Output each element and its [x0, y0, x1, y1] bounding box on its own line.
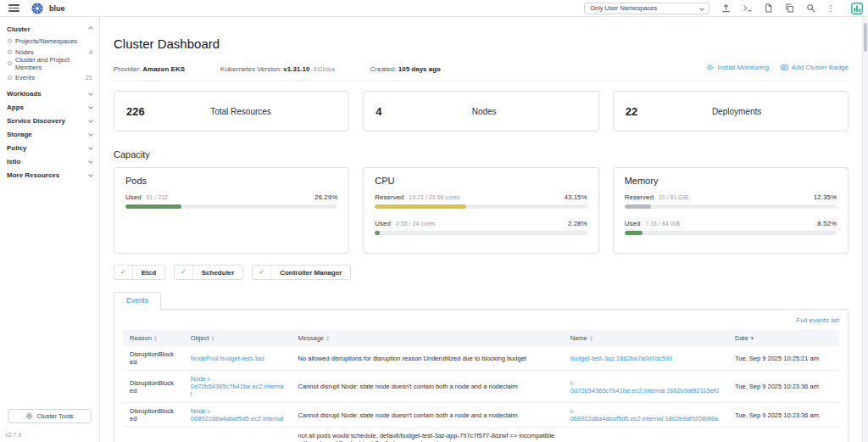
tab-events[interactable]: Events: [114, 292, 161, 310]
install-monitoring-link[interactable]: Install Monitoring: [706, 64, 768, 71]
sidebar-section-service-discovery[interactable]: Service Discovery: [0, 114, 99, 127]
component-status-row: ✓ Etcd ✓ Scheduler ✓ Controller Manager: [114, 265, 849, 280]
column-header-name[interactable]: Name▲▼: [564, 330, 728, 346]
column-header-reason[interactable]: Reason▲▼: [123, 330, 184, 346]
import-yaml-icon[interactable]: [721, 3, 731, 14]
progress-bar: [125, 204, 337, 209]
event-message: Cannot disrupt Node: state node doesn't …: [292, 403, 564, 428]
header-divider: [114, 81, 849, 81]
namespace-filter-select[interactable]: Only User Namespaces: [584, 3, 709, 14]
capacity-card-cpu: CPU Reserved 10.21 / 23.66 cores 43.15% …: [363, 167, 598, 254]
event-name-link[interactable]: i-0d72b54365c7b41be.ec2.internal.1862b9a…: [570, 379, 719, 394]
event-reason: DisruptionBlocked: [123, 371, 184, 403]
resource-columns-icon[interactable]: [851, 3, 863, 14]
chevron-down-icon: [88, 145, 93, 150]
kubectl-shell-icon[interactable]: [742, 3, 752, 14]
stat-cards-row: 226 Total Resources 4 Nodes 22 Deploymen…: [114, 91, 849, 131]
object-kind-link[interactable]: Node: [191, 375, 206, 383]
sidebar-section-apps[interactable]: Apps: [0, 100, 99, 114]
main-content: Cluster Dashboard Provider: Amazon EKS K…: [100, 17, 862, 442]
check-icon: ✓: [175, 266, 193, 279]
event-name: i-068922d8a4abaf5d5.ec2.internal.1862b9a…: [564, 403, 728, 428]
capacity-card-memory: Memory Reserved 10 / 81 GiB 12.35% Used …: [613, 167, 849, 254]
memory-used-gauge: Used 7.16 / 84 GiB 8.52%: [625, 220, 837, 235]
column-header-date[interactable]: Date▼: [728, 330, 839, 346]
kebab-menu-icon[interactable]: ⋮: [826, 4, 835, 13]
event-name: i-0d72b54365c7b41be.ec2.internal.1862b9a…: [564, 371, 728, 403]
copy-kubeconfig-icon[interactable]: [784, 3, 794, 14]
event-name: budget-test-3az.1862ba7a0d7dc599: [564, 346, 728, 371]
capacity-cards-row: Pods Used 61 / 232 26.29% CPU Reserved 1…: [114, 167, 849, 254]
cluster-meta-row: Provider: Amazon EKS Kubernetes Version:…: [114, 64, 849, 73]
vertical-scrollbar[interactable]: [862, 17, 868, 442]
event-message: No allowed disruptions for disruption re…: [292, 346, 564, 371]
chevron-down-icon: [88, 172, 93, 177]
nodes-icon: [8, 50, 12, 54]
capacity-heading: Capacity: [114, 149, 849, 159]
event-date: Tue, Sep 9 2025 10:23:36 am: [728, 371, 839, 403]
events-panel: Full events list Reason▲▼ Object▲▼ Messa…: [114, 309, 849, 442]
add-cluster-badge-link[interactable]: Add Cluster Badge: [781, 64, 849, 71]
event-reason: DisruptionBlocked: [123, 403, 184, 428]
event-reason: DisruptionBlocked: [123, 346, 184, 371]
event-row: DisruptionBlocked Node i-0d72b54365c7b41…: [123, 371, 839, 403]
hamburger-menu-icon[interactable]: [8, 4, 19, 12]
stat-card-total-resources: 226 Total Resources: [114, 91, 349, 131]
namespace-filter-value: Only User Namespaces: [590, 4, 657, 12]
cluster-name[interactable]: blue: [49, 4, 65, 13]
cpu-reserved-gauge: Reserved 10.21 / 23.66 cores 43.15%: [375, 193, 587, 209]
progress-bar: [375, 231, 587, 235]
column-header-message[interactable]: Message▲▼: [292, 330, 564, 346]
sidebar-item-projects-namespaces[interactable]: Projects/Namespaces: [0, 36, 99, 47]
sidebar-section-workloads[interactable]: Workloads: [0, 87, 99, 100]
sidebar-section-cluster[interactable]: Cluster: [0, 22, 99, 36]
events-header-row: Reason▲▼ Object▲▼ Message▲▼ Name▲▼ Date▼: [123, 330, 839, 346]
events-icon: [8, 76, 12, 80]
download-kubeconfig-icon[interactable]: [763, 3, 773, 14]
event-object: [184, 428, 292, 442]
event-row: DisruptionBlocked NodePool budget-test-3…: [123, 346, 839, 371]
sidebar-section-istio[interactable]: Istio: [0, 154, 99, 168]
sidebar-section-more-resources[interactable]: More Resources: [0, 168, 99, 182]
full-events-list-link[interactable]: Full events list: [796, 316, 839, 324]
sort-icon: ▲▼: [154, 335, 157, 342]
top-bar: blue Only User Namespaces ⋮: [0, 0, 868, 17]
check-icon: ✓: [253, 266, 271, 279]
chevron-down-icon: [88, 91, 93, 96]
scrollbar-thumb[interactable]: [864, 23, 867, 52]
event-reason: [123, 428, 184, 442]
events-count-badge: 21: [86, 74, 92, 81]
chevron-down-icon: [699, 6, 704, 11]
column-header-object[interactable]: Object▲▼: [184, 330, 292, 346]
event-name: [564, 428, 728, 442]
object-name-link[interactable]: budget-test-3az: [220, 355, 264, 362]
events-tabs: Events: [114, 291, 849, 309]
capacity-card-pods: Pods Used 61 / 232 26.29%: [114, 167, 349, 254]
event-name-link[interactable]: i-068922d8a4abaf5d5.ec2.internal.1862b9a…: [570, 407, 718, 422]
sidebar-item-events[interactable]: Events 21: [0, 72, 99, 83]
status-badge-scheduler: ✓ Scheduler: [174, 265, 243, 280]
app-version: v2.7.9: [5, 432, 21, 438]
event-row: DisruptionBlocked Node i-068922d8a4abaf5…: [123, 403, 839, 428]
members-icon: [8, 61, 12, 65]
cluster-tools-button[interactable]: Cluster Tools: [8, 409, 92, 423]
sort-icon: ▲▼: [590, 335, 593, 342]
sidebar-section-policy[interactable]: Policy: [0, 141, 99, 154]
event-date: Tue, Sep 9 2025 10:23:36 am: [728, 403, 839, 428]
sidebar-item-cluster-members[interactable]: Cluster and Project Members: [0, 58, 99, 69]
event-message: Cannot disrupt Node: state node doesn't …: [292, 371, 564, 403]
event-name-link[interactable]: budget-test-3az.1862ba7a0d7dc599: [570, 355, 673, 362]
sidebar-section-storage[interactable]: Storage: [0, 127, 99, 141]
stat-card-nodes: 4 Nodes: [363, 91, 598, 131]
chevron-down-icon: [88, 118, 93, 123]
sort-icon: ▲▼: [212, 335, 214, 342]
stat-card-deployments: 22 Deployments: [613, 91, 849, 131]
progress-bar: [625, 231, 837, 235]
cluster-logo-icon[interactable]: [31, 3, 43, 14]
object-kind-link[interactable]: Node: [191, 407, 206, 415]
events-table: Reason▲▼ Object▲▼ Message▲▼ Name▲▼ Date▼…: [123, 330, 839, 442]
search-icon[interactable]: [805, 3, 815, 14]
object-kind-link[interactable]: NodePool: [191, 355, 219, 362]
gear-icon: [706, 64, 714, 71]
chevron-up-icon: [88, 26, 93, 31]
